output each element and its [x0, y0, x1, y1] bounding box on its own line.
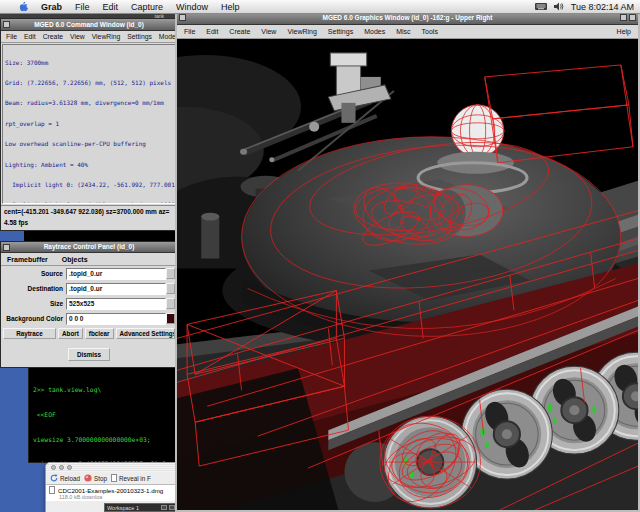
file-icon	[49, 486, 55, 494]
command-window-titlebar[interactable]: MGED 6.0 Command Window (id_0)	[1, 19, 177, 31]
size-label: Size	[3, 300, 66, 307]
reload-icon	[50, 474, 58, 482]
menu-tools[interactable]: Tools	[422, 28, 438, 35]
keyboard-icon[interactable]	[535, 2, 547, 11]
stop-button[interactable]: Stop	[84, 474, 107, 482]
abort-button[interactable]: Abort	[58, 328, 83, 339]
menu-framebuffer[interactable]: Framebuffer	[7, 256, 48, 263]
minimize-button[interactable]	[59, 465, 64, 470]
menubar-item-edit[interactable]: Edit	[103, 2, 119, 12]
terminal-line: 2>> tank.view.log\	[33, 386, 177, 394]
menu-view[interactable]: View	[70, 33, 85, 40]
dismiss-button[interactable]: Dismiss	[68, 348, 110, 361]
source-menu-button[interactable]	[166, 268, 175, 279]
background-color-swatch[interactable]	[166, 313, 175, 324]
workspace-label: Workspace 1	[107, 505, 159, 511]
log-line: Beam: radius=3.61328 mm, divergence=0 mm…	[5, 100, 175, 107]
log-line: Lighting: Ambient = 40%	[5, 162, 175, 169]
destination-field[interactable]: .topid_0.ur	[66, 283, 166, 295]
destination-menu-button[interactable]	[166, 283, 175, 294]
mged-command-window[interactable]: MGED 6.0 Command Window (id_0) File Edit…	[0, 18, 178, 231]
menu-edit[interactable]: Edit	[206, 28, 218, 35]
graphics-canvas[interactable]	[177, 39, 638, 510]
menubar-clock[interactable]: Tue 8:02:14 AM	[571, 2, 634, 12]
log-line: Low overhead scanline-per-CPU buffering	[5, 141, 175, 148]
workspace-pager[interactable]: Workspace 1	[104, 503, 178, 512]
menu-settings[interactable]: Settings	[127, 33, 152, 40]
menu-view[interactable]: View	[261, 28, 276, 35]
close-button[interactable]	[51, 465, 56, 470]
download-item[interactable]: CDC2001-Examples-20010323-1.dmg	[49, 486, 176, 494]
mged-graphics-window[interactable]: MGED 6.0 Graphics Window (id_0) -162:g -…	[175, 10, 640, 512]
maximize-box[interactable]	[629, 14, 636, 21]
document-icon	[111, 474, 117, 482]
view-center-status: cent=(-415.201 -349.647 922.036) sz=3700…	[4, 206, 177, 217]
reload-button[interactable]: Reload	[50, 474, 80, 482]
mac-menubar: Grab File Edit Capture Window Help Tue 8…	[0, 0, 640, 14]
workspace-cell[interactable]	[161, 505, 167, 510]
menu-modes[interactable]: Modes	[364, 28, 385, 35]
terminal-line: <<EOF	[33, 411, 177, 419]
graphics-window-menubar: File Edit Create View ViewRing Settings …	[177, 25, 638, 39]
stop-icon	[84, 474, 92, 482]
fbclear-button[interactable]: fbclear	[85, 328, 114, 339]
background-color-field[interactable]: 0 0 0	[66, 313, 166, 325]
size-field[interactable]: 525x525	[66, 298, 166, 310]
menu-misc[interactable]: Misc	[396, 28, 410, 35]
command-log[interactable]: Size: 3700mm Grid: (7.22656, 7.22656) mm…	[2, 44, 176, 204]
download-titlebar[interactable]	[46, 463, 179, 472]
command-window-menubar: File Edit Create View ViewRing Settings …	[1, 31, 177, 43]
menu-create[interactable]: Create	[229, 28, 250, 35]
tank-render	[177, 39, 638, 510]
log-line: rpt_overlap = 1	[5, 121, 175, 128]
menu-edit[interactable]: Edit	[24, 33, 36, 40]
log-line: Grid: (7.22656, 7.22656) mm, (512, 512) …	[5, 80, 175, 87]
fps-status: 4.58 fps	[4, 217, 177, 228]
volume-icon[interactable]	[554, 2, 564, 11]
menubar-item-window[interactable]: Window	[176, 2, 208, 12]
window-menu-box[interactable]	[3, 244, 10, 251]
raytrace-panel-menubar: Framebuffer Objects	[1, 253, 177, 266]
source-label: Source	[3, 270, 66, 277]
menu-help[interactable]: Help	[617, 28, 631, 35]
apple-logo-icon[interactable]	[18, 1, 28, 12]
download-item-detail: 118.0 kB downloa	[49, 494, 176, 500]
size-menu-button[interactable]	[166, 298, 175, 309]
minimize-box[interactable]	[620, 14, 627, 21]
menu-file[interactable]: File	[6, 33, 17, 40]
command-status-bar: cent=(-415.201 -349.647 922.036) sz=3700…	[1, 205, 177, 230]
source-field[interactable]: .topid_0.ur	[66, 268, 166, 280]
menubar-item-file[interactable]: File	[75, 2, 90, 12]
menu-viewring[interactable]: ViewRing	[92, 33, 121, 40]
advanced-settings-button[interactable]: Advanced Settings...	[116, 328, 175, 339]
menubar-app-name[interactable]: Grab	[41, 2, 62, 12]
menu-settings[interactable]: Settings	[328, 28, 353, 35]
reveal-button[interactable]: Reveal in F	[111, 474, 151, 482]
download-list[interactable]: CDC2001-Examples-20010323-1.dmg 118.0 kB…	[46, 485, 179, 501]
terminal-window[interactable]: 2>> tank.view.log\ <<EOF viewsize 3.7000…	[28, 367, 178, 463]
menu-create[interactable]: Create	[43, 33, 63, 40]
log-line: Implicit light 0: (2434.22, -561.992, 77…	[5, 182, 175, 189]
log-line: Implicit light 0: invisible, no shadows,…	[5, 202, 175, 204]
raytrace-button[interactable]: Raytrace	[3, 328, 56, 339]
raytrace-control-panel[interactable]: Raytrace Control Panel (id_0) Framebuffe…	[0, 241, 178, 368]
background-color-label: Background Color	[3, 315, 66, 322]
menubar-item-help[interactable]: Help	[221, 2, 240, 12]
menu-objects[interactable]: Objects	[62, 256, 88, 263]
destination-label: Destination	[3, 285, 66, 292]
window-menu-box[interactable]	[179, 14, 186, 21]
window-menu-box[interactable]	[3, 21, 10, 28]
zoom-button[interactable]	[67, 465, 72, 470]
menu-file[interactable]: File	[184, 28, 195, 35]
menubar-item-capture[interactable]: Capture	[131, 2, 163, 12]
raytrace-panel-titlebar[interactable]: Raytrace Control Panel (id_0)	[1, 242, 177, 253]
log-line: Size: 3700mm	[5, 60, 175, 67]
terminal-line: viewsize 3.700000000000000e+03;	[33, 436, 177, 444]
menu-viewring[interactable]: ViewRing	[287, 28, 316, 35]
